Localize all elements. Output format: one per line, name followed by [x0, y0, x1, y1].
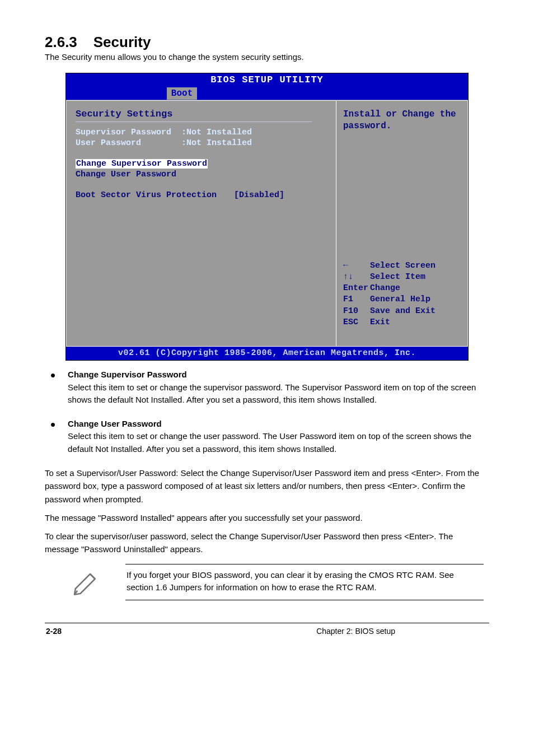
bios-supervisor-label: Supervisor Password [76, 128, 171, 137]
bios-item-boot-sector[interactable]: Boot Sector Virus Protection [Disabled] [76, 190, 327, 200]
key-f10-label: F10 [343, 306, 370, 317]
bullet-1-title: Change User Password [68, 419, 162, 428]
bios-item-boot-sector-label: Boot Sector Virus Protection [76, 190, 217, 200]
key-esc-label: ESC [343, 317, 370, 328]
bullet-1-body: Select this item to set or change the us… [68, 431, 471, 454]
bios-item-change-user[interactable]: Change User Password [76, 170, 327, 179]
bios-screenshot: BIOS SETUP UTILITY Boot Security Setting… [65, 73, 469, 361]
bios-left-divider [76, 122, 312, 122]
paragraph-set-password: To set a Supervisor/User Password: Selec… [45, 466, 489, 506]
paragraph-password-installed: The message "Password Installed" appears… [45, 511, 489, 524]
key-f1-desc: General Help [370, 295, 430, 304]
bios-user-value: :Not Installed [181, 138, 252, 148]
note-text: If you forget your BIOS password, you ca… [125, 564, 484, 600]
key-enter-label: Enter [343, 283, 370, 294]
bios-user-row: User Password :Not Installed [76, 138, 327, 148]
bullet-0-title: Change Supervisor Password [68, 370, 187, 379]
bios-user-label: User Password [76, 138, 141, 148]
section-subtitle: The Security menu allows you to change t… [45, 51, 489, 63]
key-f10-desc: Save and Exit [370, 306, 435, 316]
key-enter-desc: Change [370, 283, 400, 293]
page-number: 2-28 [46, 627, 62, 636]
key-updown-desc: Select Item [370, 272, 425, 282]
section-number: 2.6.3 [45, 34, 77, 50]
bullet-0-body: Select this item to set or change the su… [68, 382, 476, 405]
bios-tab-boot[interactable]: Boot [167, 87, 197, 100]
key-left-desc: Select Screen [370, 261, 435, 270]
bios-supervisor-row: Supervisor Password :Not Installed [76, 128, 327, 137]
key-updown-icon: ↑↓ [343, 272, 370, 283]
bios-title-bar: BIOS SETUP UTILITY Boot [66, 73, 468, 100]
bios-item-boot-sector-value: [Disabled] [234, 190, 284, 200]
bios-footer: v02.61 (C)Copyright 1985-2006, American … [66, 347, 468, 360]
bios-item-change-supervisor[interactable]: Change Supervisor Password [76, 159, 208, 169]
page-footer: 2-28 Chapter 2: BIOS setup [45, 623, 489, 636]
note-callout: If you forget your BIOS password, you ca… [45, 564, 489, 600]
bullet-dot-icon: • [50, 421, 55, 428]
bios-context-help: Install or Change the password. [343, 109, 461, 132]
note-bottom-rule [125, 600, 484, 600]
section-heading: 2.6.3 Security [45, 34, 489, 51]
bullet-dot-icon: • [50, 372, 55, 379]
bullet-item: • Change User Password Select this item … [45, 418, 489, 456]
bullet-list: • Change Supervisor Password Select this… [45, 368, 489, 455]
bios-key-legend: ←Select Screen ↑↓Select Item EnterChange… [343, 260, 461, 339]
bios-supervisor-value: :Not Installed [181, 128, 252, 137]
bios-right-pane: Install or Change the password. ←Select … [336, 100, 468, 347]
section-title: Security [93, 34, 151, 50]
bios-left-heading: Security Settings [76, 109, 327, 119]
bios-title: BIOS SETUP UTILITY [66, 73, 468, 85]
key-f1-label: F1 [343, 294, 370, 305]
bios-tab-bar: Boot [66, 87, 468, 100]
note-pencil-icon [71, 566, 102, 598]
page-footer-chapter: Chapter 2: BIOS setup [316, 627, 395, 636]
bios-left-pane: Security Settings Supervisor Password :N… [66, 100, 336, 347]
key-esc-desc: Exit [370, 318, 390, 327]
bullet-item: • Change Supervisor Password Select this… [45, 368, 489, 407]
key-left-icon: ← [343, 260, 370, 272]
paragraph-clear-password: To clear the supervisor/user password, s… [45, 530, 489, 556]
